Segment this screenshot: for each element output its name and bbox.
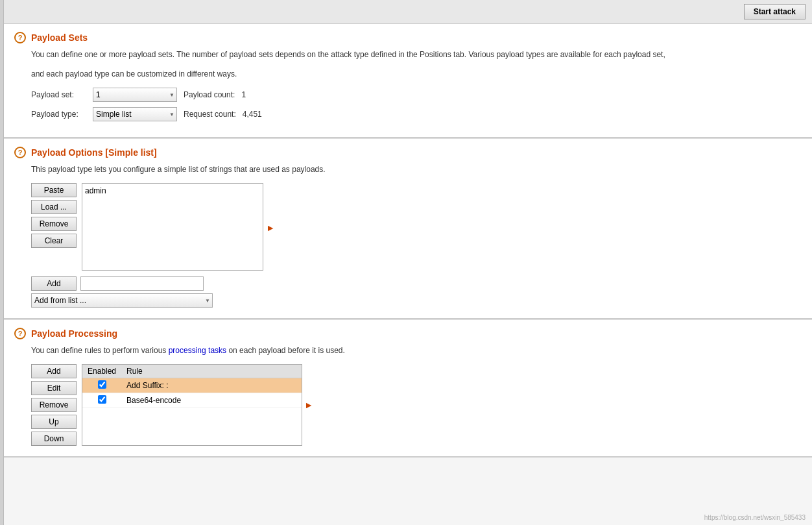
processing-desc-part3: on each payload before it is used. bbox=[228, 346, 344, 355]
clear-button[interactable]: Clear bbox=[31, 234, 77, 248]
add-from-list-wrapper: Add from list ... bbox=[31, 293, 802, 308]
payload-count-value: 1 bbox=[241, 90, 246, 99]
left-edge bbox=[0, 0, 4, 525]
load-button[interactable]: Load ... bbox=[31, 200, 77, 214]
payload-count-label: Payload count: bbox=[184, 90, 235, 99]
payload-set-select[interactable]: 1 bbox=[93, 88, 177, 102]
request-count-value: 4,451 bbox=[243, 110, 262, 119]
processing-add-button[interactable]: Add bbox=[31, 364, 77, 378]
payload-sets-desc2: and each payload type can be customized … bbox=[31, 68, 802, 80]
payload-type-select[interactable]: Simple list bbox=[93, 107, 177, 121]
processing-desc-part2: processing tasks bbox=[169, 346, 226, 355]
payload-list-area: admin ► bbox=[82, 183, 263, 273]
request-count-label: Request count: bbox=[184, 110, 236, 119]
payload-options-desc: This payload type lets you configure a s… bbox=[31, 164, 802, 175]
content-wrapper: Start attack ? Payload Sets You can defi… bbox=[4, 0, 812, 458]
rule-text: Base64-encode bbox=[121, 393, 302, 408]
payload-list-textarea[interactable]: admin bbox=[82, 183, 263, 271]
payload-processing-help-icon[interactable]: ? bbox=[14, 328, 26, 339]
payload-processing-desc: You can define rules to perform various … bbox=[31, 345, 802, 356]
payload-list-arrow: ► bbox=[266, 223, 275, 233]
processing-buttons: Add Edit Remove Up Down bbox=[31, 364, 77, 446]
main-container: Start attack ? Payload Sets You can defi… bbox=[0, 0, 812, 525]
rule-enabled-checkbox[interactable] bbox=[98, 395, 106, 404]
payload-set-select-wrapper: 1 bbox=[93, 88, 177, 102]
add-row: Add bbox=[31, 276, 802, 291]
payload-sets-desc1: You can define one or more payload sets.… bbox=[31, 49, 802, 60]
payload-options-header: ? Payload Options [Simple list] bbox=[14, 147, 802, 158]
col-enabled-header: Enabled bbox=[82, 365, 121, 378]
payload-set-row: Payload set: 1 Payload count: 1 bbox=[31, 88, 802, 102]
add-button[interactable]: Add bbox=[31, 276, 77, 291]
processing-desc-part1: You can define rules to perform various bbox=[31, 346, 166, 355]
payload-set-label: Payload set: bbox=[31, 90, 86, 99]
processing-edit-button[interactable]: Edit bbox=[31, 381, 77, 395]
payload-options-area: Paste Load ... Remove Clear admin ► bbox=[31, 183, 802, 273]
payload-sets-section: ? Payload Sets You can define one or mor… bbox=[4, 24, 812, 138]
payload-options-buttons: Paste Load ... Remove Clear bbox=[31, 183, 77, 273]
processing-table-wrapper: Enabled Rule Add Suffix: :Base64-encode … bbox=[82, 364, 302, 446]
col-rule-header: Rule bbox=[121, 365, 302, 378]
processing-up-button[interactable]: Up bbox=[31, 415, 77, 429]
processing-table-row[interactable]: Base64-encode bbox=[82, 393, 302, 408]
payload-type-select-wrapper: Simple list bbox=[93, 107, 177, 121]
watermark: https://blog.csdn.net/wsxin_585433 bbox=[704, 514, 806, 521]
start-attack-button[interactable]: Start attack bbox=[744, 4, 806, 19]
remove-button[interactable]: Remove bbox=[31, 217, 77, 231]
processing-arrow: ► bbox=[304, 400, 313, 410]
processing-remove-button[interactable]: Remove bbox=[31, 398, 77, 412]
payload-processing-section: ? Payload Processing You can define rule… bbox=[4, 320, 812, 458]
payload-type-row: Payload type: Simple list Request count:… bbox=[31, 107, 802, 121]
payload-sets-title: Payload Sets bbox=[31, 32, 88, 43]
add-from-list-select-wrapper: Add from list ... bbox=[31, 293, 213, 308]
add-input[interactable] bbox=[80, 276, 204, 291]
rule-enabled-checkbox[interactable] bbox=[98, 380, 106, 389]
processing-down-button[interactable]: Down bbox=[31, 432, 77, 446]
payload-sets-help-icon[interactable]: ? bbox=[14, 32, 26, 43]
payload-options-section: ? Payload Options [Simple list] This pay… bbox=[4, 139, 812, 319]
processing-table: Enabled Rule Add Suffix: :Base64-encode bbox=[82, 365, 302, 408]
processing-table-body: Add Suffix: :Base64-encode bbox=[82, 378, 302, 408]
rule-text: Add Suffix: : bbox=[121, 378, 302, 393]
payload-processing-title: Payload Processing bbox=[31, 328, 117, 339]
payload-options-help-icon[interactable]: ? bbox=[14, 147, 26, 158]
top-bar: Start attack bbox=[4, 0, 812, 24]
processing-table-head: Enabled Rule bbox=[82, 365, 302, 378]
payload-sets-header: ? Payload Sets bbox=[14, 32, 802, 43]
payload-type-label: Payload type: bbox=[31, 110, 86, 119]
processing-table-header-row: Enabled Rule bbox=[82, 365, 302, 378]
paste-button[interactable]: Paste bbox=[31, 183, 77, 197]
payload-processing-header: ? Payload Processing bbox=[14, 328, 802, 339]
processing-table-row[interactable]: Add Suffix: : bbox=[82, 378, 302, 393]
payload-options-title: Payload Options [Simple list] bbox=[31, 147, 157, 158]
processing-area: Add Edit Remove Up Down Enabled Rule bbox=[31, 364, 802, 446]
add-from-list-select[interactable]: Add from list ... bbox=[31, 293, 213, 308]
